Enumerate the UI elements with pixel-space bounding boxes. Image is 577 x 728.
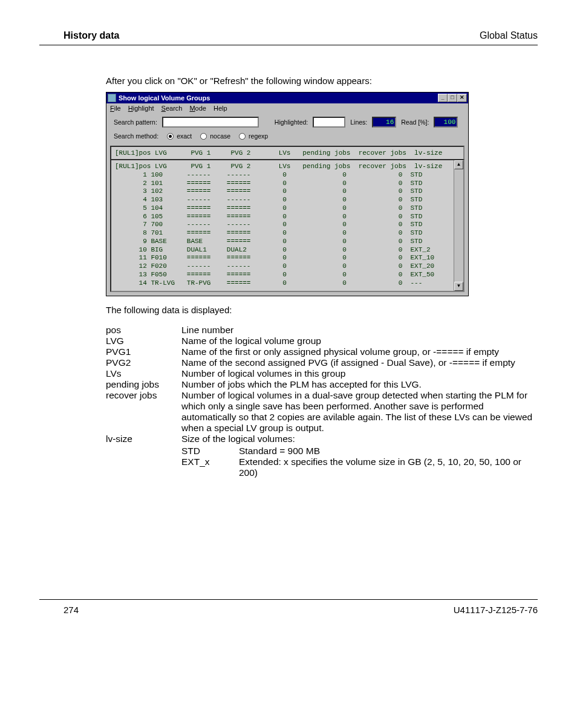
search-pattern-label: Search pattern: bbox=[114, 119, 157, 126]
def-desc: Number of jobs which the PLM has accepte… bbox=[181, 379, 538, 390]
radio-nocase[interactable]: nocase bbox=[200, 132, 230, 140]
def-term: pending jobs bbox=[106, 379, 181, 390]
lines-label: Lines: bbox=[350, 119, 367, 126]
doc-id: U41117-J-Z125-7-76 bbox=[454, 605, 538, 615]
menu-file[interactable]: File bbox=[110, 105, 121, 112]
window-title: Show logical Volume Groups bbox=[119, 94, 438, 102]
maximize-button[interactable]: □ bbox=[448, 94, 457, 102]
intro-text: After you click on "OK" or "Refresh" the… bbox=[106, 76, 538, 86]
menu-highlight[interactable]: Highlight bbox=[128, 105, 154, 112]
def-desc: Number of logical volumes in this group bbox=[181, 368, 538, 379]
radio-icon bbox=[167, 133, 174, 140]
lines-value: 16 bbox=[372, 117, 396, 128]
def-sub-val: Extended: x specifies the volume size in… bbox=[239, 457, 538, 478]
app-window: Show logical Volume Groups _ □ ✕ File Hi… bbox=[106, 92, 469, 296]
def-sub-key: STD bbox=[181, 446, 239, 457]
minimize-button[interactable]: _ bbox=[438, 94, 448, 102]
def-desc: Name of the first or only assigned physi… bbox=[181, 346, 538, 357]
def-term: LVs bbox=[106, 368, 181, 379]
search-method-row: Search method: exact nocase regexp bbox=[106, 130, 468, 146]
menu-help[interactable]: Help bbox=[214, 105, 227, 112]
page-header: History data Global Status bbox=[39, 30, 538, 45]
header-right: Global Status bbox=[480, 30, 538, 41]
read-label: Read [%]: bbox=[401, 119, 429, 126]
def-desc: Name of the second assigned PVG (if assi… bbox=[181, 357, 538, 368]
read-value: 100 bbox=[434, 117, 458, 128]
def-term: recover jobs bbox=[106, 390, 181, 434]
highlighted-label: Highlighted: bbox=[275, 119, 308, 126]
def-term: PVG1 bbox=[106, 346, 181, 357]
menu-mode[interactable]: Mode bbox=[189, 105, 206, 112]
header-left: History data bbox=[64, 30, 119, 41]
def-desc: Line number bbox=[181, 325, 538, 336]
radio-icon bbox=[200, 133, 207, 140]
def-term: PVG2 bbox=[106, 357, 181, 368]
definitions-list: posLine numberLVGName of the logical vol… bbox=[106, 325, 538, 478]
def-sublist: STDStandard = 900 MBEXT_xExtended: x spe… bbox=[181, 446, 538, 478]
menu-search[interactable]: Search bbox=[161, 105, 183, 112]
page-footer: 274 U41117-J-Z125-7-76 bbox=[39, 599, 538, 615]
def-sub-key: EXT_x bbox=[181, 457, 239, 478]
def-desc: Number of logical volumes in a dual-save… bbox=[181, 390, 538, 434]
titlebar: Show logical Volume Groups _ □ ✕ bbox=[106, 93, 468, 103]
menubar: File Highlight Search Mode Help bbox=[106, 103, 468, 113]
scroll-down-icon[interactable]: ▼ bbox=[454, 282, 463, 291]
search-pattern-input[interactable] bbox=[162, 117, 259, 128]
def-term: pos bbox=[106, 325, 181, 336]
terminal-body: [RUL1]pos LVG PVG 1 PVG 2 LVs pending jo… bbox=[111, 160, 454, 291]
def-term: lv-size bbox=[106, 434, 181, 444]
def-term: LVG bbox=[106, 336, 181, 346]
window-app-icon bbox=[108, 94, 116, 102]
highlighted-box bbox=[313, 117, 345, 128]
scroll-up-icon[interactable]: ▲ bbox=[454, 160, 463, 169]
def-sub-val: Standard = 900 MB bbox=[239, 446, 538, 457]
radio-regexp[interactable]: regexp bbox=[239, 132, 268, 140]
radio-exact[interactable]: exact bbox=[167, 132, 192, 140]
search-method-label: Search method: bbox=[114, 132, 158, 140]
radio-icon bbox=[239, 133, 246, 140]
scrollbar[interactable]: ▲ ▼ bbox=[454, 160, 463, 291]
terminal-area: [RUL1]pos LVG PVG 1 PVG 2 LVs pending jo… bbox=[110, 146, 465, 292]
def-desc: Size of the logical volumes: bbox=[181, 434, 538, 444]
toolbar-row: Search pattern: Highlighted: Lines: 16 R… bbox=[106, 113, 468, 130]
terminal-header: [RUL1]pos LVG PVG 1 PVG 2 LVs pending jo… bbox=[110, 146, 465, 159]
def-desc: Name of the logical volume group bbox=[181, 336, 538, 346]
close-button[interactable]: ✕ bbox=[457, 94, 467, 102]
page-number: 274 bbox=[64, 605, 79, 615]
after-text: The following data is displayed: bbox=[106, 305, 538, 315]
